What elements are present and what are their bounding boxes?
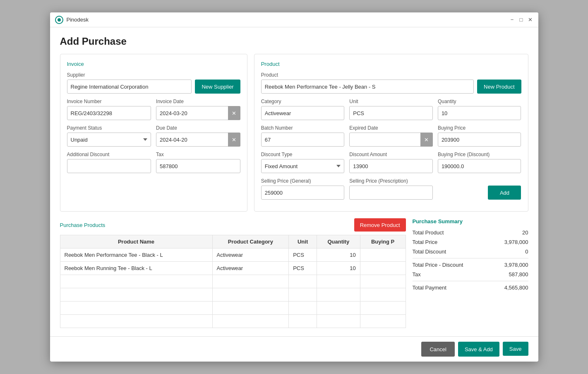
additional-discount-label: Additional Discount bbox=[67, 152, 151, 157]
category-input[interactable] bbox=[261, 106, 345, 120]
tax-input[interactable] bbox=[156, 159, 240, 173]
window-controls: − □ ✕ bbox=[509, 17, 533, 23]
table-body: Reebok Men Performance Tee - Black - L A… bbox=[60, 249, 406, 328]
summary-title: Purchase Summary bbox=[413, 218, 528, 224]
invoice-date-row: Invoice Number Invoice Date ✕ bbox=[67, 99, 240, 125]
supplier-group: Supplier New Supplier bbox=[67, 72, 240, 94]
selling-price-general-label: Selling Price (General) bbox=[261, 178, 345, 184]
titlebar: Pinodesk − □ ✕ bbox=[50, 12, 538, 27]
invoice-date-label: Invoice Date bbox=[156, 99, 240, 104]
due-date-input-wrapper: ✕ bbox=[156, 133, 240, 147]
expired-date-input-wrapper: ✕ bbox=[349, 133, 433, 147]
buying-price-discount-group: Buying Price (Discount) bbox=[438, 152, 521, 173]
save-button[interactable]: Save bbox=[503, 342, 528, 356]
summary-total-payment-value: 4,565,800 bbox=[504, 285, 528, 291]
invoice-number-group: Invoice Number bbox=[67, 99, 151, 120]
due-date-clear-button[interactable]: ✕ bbox=[228, 133, 240, 147]
invoice-panel: Invoice Supplier New Supplier Invoice Nu… bbox=[60, 54, 247, 212]
add-btn-group: Add bbox=[438, 178, 521, 200]
col-product-category: Product Category bbox=[212, 235, 289, 249]
expired-date-clear-button[interactable]: ✕ bbox=[420, 133, 433, 147]
expired-date-label: Expired Date bbox=[349, 125, 433, 131]
page-title: Add Purchase bbox=[60, 36, 528, 47]
supplier-input-group: New Supplier bbox=[67, 80, 240, 94]
summary-total-product-label: Total Product bbox=[413, 229, 444, 236]
selling-price-general-input[interactable] bbox=[261, 186, 345, 200]
invoice-number-input[interactable] bbox=[67, 106, 151, 120]
add-product-button[interactable]: Add bbox=[488, 186, 521, 200]
supplier-input[interactable] bbox=[67, 80, 192, 94]
batch-number-input[interactable] bbox=[261, 133, 345, 147]
purchase-products-header: Purchase Products Remove Product bbox=[60, 218, 406, 232]
selling-price-row: Selling Price (General) Selling Price (P… bbox=[261, 178, 521, 205]
empty-row bbox=[60, 315, 406, 328]
summary-total-discount-value: 0 bbox=[525, 249, 528, 255]
new-supplier-button[interactable]: New Supplier bbox=[195, 80, 240, 94]
batch-group: Batch Number bbox=[261, 125, 345, 147]
table-header: Product Name Product Category Unit Quant… bbox=[60, 235, 406, 249]
minimize-button[interactable]: − bbox=[509, 17, 515, 23]
col-buying-price: Buying P bbox=[360, 235, 406, 249]
col-unit: Unit bbox=[289, 235, 317, 249]
app-logo bbox=[55, 16, 63, 24]
summary-total-price-value: 3,978,000 bbox=[504, 239, 528, 245]
invoice-date-clear-button[interactable]: ✕ bbox=[228, 106, 240, 120]
payment-status-wrapper: Unpaid Paid Partial bbox=[67, 133, 151, 147]
summary-tax-label: Tax bbox=[413, 271, 421, 277]
discount-type-group: Discount Type Fixed Amount Percentage bbox=[261, 152, 345, 173]
top-panels: Invoice Supplier New Supplier Invoice Nu… bbox=[60, 54, 528, 212]
summary-tax-value: 587,800 bbox=[509, 271, 528, 277]
unit-group: Unit bbox=[349, 99, 433, 120]
discount-type-select[interactable]: Fixed Amount Percentage bbox=[261, 159, 345, 173]
row2-category: Activewear bbox=[212, 262, 289, 275]
selling-price-prescription-input[interactable] bbox=[349, 186, 433, 200]
buying-price-discount-input[interactable] bbox=[438, 159, 521, 173]
buying-price-discount-label: Buying Price (Discount) bbox=[438, 152, 521, 157]
cancel-button[interactable]: Cancel bbox=[421, 342, 454, 357]
category-group: Category bbox=[261, 99, 345, 120]
discount-amount-group: Discount Amount bbox=[349, 152, 433, 173]
discount-type-wrapper: Fixed Amount Percentage bbox=[261, 159, 345, 173]
supplier-label: Supplier bbox=[67, 72, 240, 78]
remove-product-button[interactable]: Remove Product bbox=[354, 218, 406, 232]
discount-amount-input[interactable] bbox=[349, 159, 433, 173]
empty-row bbox=[60, 288, 406, 302]
summary-total-payment-label: Total Payment bbox=[413, 285, 446, 291]
table-row: Reebok Men Performance Tee - Black - L A… bbox=[60, 249, 406, 262]
restore-button[interactable]: □ bbox=[518, 17, 524, 23]
save-add-button[interactable]: Save & Add bbox=[458, 342, 499, 357]
discount-tax-row: Additional Discount Tax bbox=[67, 152, 240, 178]
new-product-button[interactable]: New Product bbox=[477, 80, 521, 94]
empty-row bbox=[60, 275, 406, 288]
payment-due-row: Payment Status Unpaid Paid Partial Due D… bbox=[67, 125, 240, 152]
summary-panel: Purchase Summary Total Product 20 Total … bbox=[413, 218, 528, 328]
row2-unit: PCS bbox=[289, 262, 317, 275]
row2-name: Reebok Men Running Tee - Black - L bbox=[60, 262, 212, 275]
table-header-row: Product Name Product Category Unit Quant… bbox=[60, 235, 406, 249]
row1-quantity: 10 bbox=[317, 249, 360, 262]
product-input-group: New Product bbox=[261, 80, 521, 94]
quantity-group: Quantity bbox=[438, 99, 521, 120]
col-product-name: Product Name bbox=[60, 235, 212, 249]
unit-input[interactable] bbox=[349, 106, 433, 120]
close-button[interactable]: ✕ bbox=[528, 17, 533, 23]
additional-discount-input[interactable] bbox=[67, 159, 151, 173]
product-input[interactable] bbox=[261, 80, 474, 94]
invoice-number-label: Invoice Number bbox=[67, 99, 151, 104]
invoice-date-input-wrapper: ✕ bbox=[156, 106, 240, 120]
payment-status-select[interactable]: Unpaid Paid Partial bbox=[67, 133, 151, 147]
discount-amount-label: Discount Amount bbox=[349, 152, 433, 157]
quantity-input[interactable] bbox=[438, 106, 521, 120]
expired-date-group: Expired Date ✕ bbox=[349, 125, 433, 147]
buying-price-input[interactable] bbox=[438, 133, 521, 147]
row1-name: Reebok Men Performance Tee - Black - L bbox=[60, 249, 212, 262]
product-panel: Product Product New Product Category Uni… bbox=[254, 54, 528, 212]
unit-label: Unit bbox=[349, 99, 433, 104]
selling-price-prescription-group: Selling Price (Prescription) bbox=[349, 178, 433, 200]
main-content: Add Purchase Invoice Supplier New Suppli… bbox=[50, 27, 538, 336]
summary-total-discount-label: Total Discount bbox=[413, 249, 446, 255]
summary-total-payment: Total Payment 4,565,800 bbox=[413, 281, 528, 291]
product-section-label: Product bbox=[261, 61, 521, 67]
due-date-label: Due Date bbox=[156, 125, 240, 131]
buying-price-group: Buying Price bbox=[438, 125, 521, 147]
